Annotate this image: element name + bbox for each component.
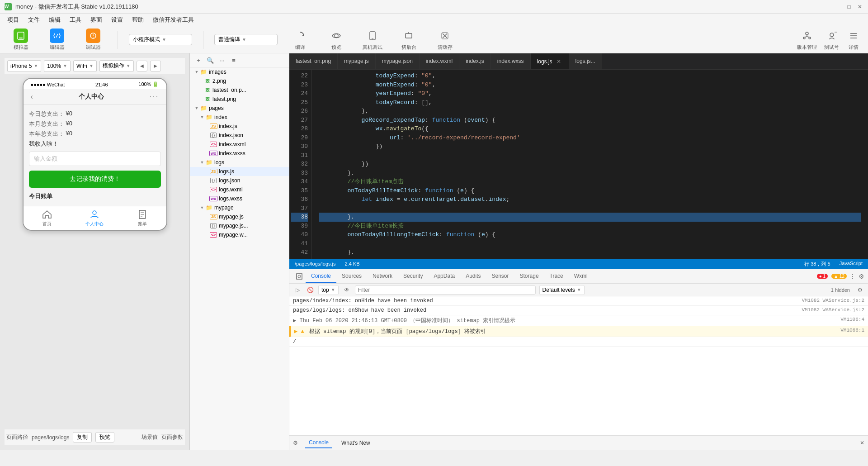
menu-item-view[interactable]: 界面 [87, 14, 106, 25]
nav-item-profile[interactable]: 个人中心 [71, 206, 118, 230]
tab-logs-js-2[interactable]: logs.js... [569, 53, 602, 69]
tree-item-logs-wxss[interactable]: wx logs.wxss [190, 194, 289, 203]
real-device-button[interactable]: 真机调试 [359, 29, 386, 51]
nav-item-bills[interactable]: 账单 [118, 206, 166, 230]
devtools-tab-console[interactable]: Console [306, 270, 336, 283]
tab-index-wxml[interactable]: index.wxml [420, 53, 459, 69]
version-mgmt-button[interactable]: 版本管理 [797, 29, 817, 51]
devtools-tab-security[interactable]: Security [398, 270, 428, 283]
console-link[interactable]: VM1082 WAService.js:2 [802, 307, 864, 314]
tree-item-lastest-on-png[interactable]: 🖼 lastest_on.p... [190, 86, 289, 95]
tree-item-index-folder[interactable]: ▼ 📁 index [190, 113, 289, 122]
tree-item-latest-png[interactable]: 🖼 latest.png [190, 95, 289, 104]
tree-item-images-folder[interactable]: ▼ 📁 images [190, 67, 289, 76]
tab-logs-js[interactable]: logs.js ✕ [531, 53, 569, 69]
phone-input[interactable]: 输入金额 [29, 152, 161, 166]
zoom-select[interactable]: 100% ▼ [44, 60, 71, 72]
sort-tree-button[interactable]: ≡ [229, 55, 239, 65]
menu-item-devtool[interactable]: 微信开发者工具 [149, 14, 198, 25]
compile-button[interactable]: 编译 [287, 29, 314, 51]
search-tree-button[interactable]: 🔍 [205, 55, 215, 65]
devtools-tab-trace[interactable]: Trace [544, 270, 569, 283]
devtools-settings-icon[interactable]: ⚙ [859, 273, 864, 280]
menu-item-help[interactable]: 帮助 [128, 14, 147, 25]
tree-item-2png[interactable]: 🖼 2.png [190, 76, 289, 86]
tab-mypage-js[interactable]: mypage.js [338, 53, 376, 69]
editor-button[interactable]: 编辑器 [43, 29, 71, 51]
preview-path-button[interactable]: 预览 [95, 432, 114, 442]
devtools-tab-network[interactable]: Network [367, 270, 398, 283]
bottom-tab-whats-new[interactable]: What's New [338, 438, 374, 448]
copy-path-button[interactable]: 复制 [73, 432, 92, 442]
close-button[interactable]: ✕ [856, 3, 863, 10]
mode-select[interactable]: 小程序模式 ▼ [129, 34, 192, 45]
console-clear-button[interactable]: 🚫 [306, 285, 315, 295]
tree-item-mypage-folder[interactable]: ▼ 📁 mypage [190, 203, 289, 212]
console-settings-button[interactable]: ⚙ [855, 285, 864, 295]
devtools-tab-audits[interactable]: Audits [460, 270, 486, 283]
phone-main-button[interactable]: 去记录我的消费！ [29, 171, 161, 188]
nav-item-home[interactable]: 首页 [24, 206, 71, 230]
top-filter-select[interactable]: top ▼ [318, 285, 339, 295]
tab-lastest-on-png[interactable]: lastest_on.png [289, 53, 338, 69]
devtools-close-button[interactable]: ✕ [860, 440, 864, 446]
test-account-button[interactable]: 测试号 [824, 29, 839, 51]
menu-item-settings[interactable]: 设置 [108, 14, 127, 25]
bottom-tab-console[interactable]: Console [305, 437, 332, 448]
tree-item-mypage-js[interactable]: JS mypage.js [190, 212, 289, 221]
device-select[interactable]: iPhone 5 ▼ [7, 60, 41, 72]
menu-item-project[interactable]: 项目 [4, 14, 23, 25]
tree-item-logs-wxml[interactable]: <> logs.wxml [190, 185, 289, 194]
add-file-button[interactable]: + [193, 55, 203, 65]
tree-item-mypage-json[interactable]: {} mypage.js... [190, 221, 289, 230]
console-link[interactable]: VM1082 WAService.js:2 [802, 298, 864, 304]
window-controls[interactable]: ─ □ ✕ [835, 3, 863, 10]
devtools-tab-appdata[interactable]: AppData [428, 270, 460, 283]
console-eye-button[interactable]: 👁 [342, 285, 351, 295]
nav-back-button[interactable]: ◀ [137, 61, 147, 71]
tab-mypage-json[interactable]: mypage.json [376, 53, 420, 69]
preview-button[interactable]: 预览 [323, 29, 350, 51]
tree-item-logs-json[interactable]: {} logs.json [190, 176, 289, 185]
devtools-tab-wxml[interactable]: Wxml [569, 270, 593, 283]
tree-item-index-wxss[interactable]: wx index.wxss [190, 149, 289, 158]
debugger-button[interactable]: 调试器 [80, 29, 107, 51]
console-link[interactable]: VM1106:4 [840, 317, 864, 324]
menu-item-file[interactable]: 文件 [24, 14, 43, 25]
back-icon[interactable]: ‹ [31, 93, 33, 101]
minimize-button[interactable]: ─ [835, 3, 842, 10]
menu-item-tools[interactable]: 工具 [66, 14, 85, 25]
tree-item-index-wxml[interactable]: <> index.wxml [190, 140, 289, 149]
tab-close-icon[interactable]: ✕ [555, 58, 562, 65]
operation-select[interactable]: 模拟操作 ▼ [99, 60, 134, 72]
details-button[interactable]: 详情 [846, 29, 861, 51]
maximize-button[interactable]: □ [845, 3, 853, 10]
menu-item-edit[interactable]: 编辑 [45, 14, 64, 25]
tab-index-wxss[interactable]: index.wxss [491, 53, 531, 69]
devtools-tab-storage[interactable]: Storage [514, 270, 544, 283]
menu-dots-icon[interactable]: ··· [149, 92, 159, 101]
network-select[interactable]: WiFi ▼ [73, 60, 97, 72]
devtools-more-icon[interactable]: ⋮ [849, 273, 856, 280]
console-filter-input[interactable] [355, 285, 536, 295]
level-select[interactable]: Default levels ▼ [539, 285, 585, 295]
console-execute-button[interactable]: ▷ [293, 285, 302, 295]
compile-mode-select[interactable]: 普通编译 ▼ [214, 34, 278, 45]
devtools-tab-sources[interactable]: Sources [336, 270, 367, 283]
simulator-button[interactable]: 模拟器 [7, 29, 34, 51]
more-tree-button[interactable]: ··· [217, 55, 227, 65]
code-content[interactable]: todayExpend: "0", monthExpend: "0", year… [312, 70, 868, 259]
tab-index-js[interactable]: index.js [459, 53, 491, 69]
nav-forward-button[interactable]: ▶ [150, 61, 161, 71]
clear-cache-button[interactable]: 清缓存 [431, 29, 458, 51]
tree-item-logs-js[interactable]: JS logs.js [190, 167, 289, 176]
backend-button[interactable]: 切后台 [395, 29, 422, 51]
tree-item-index-json[interactable]: {} index.json [190, 131, 289, 140]
devtools-tab-sensor[interactable]: Sensor [486, 270, 514, 283]
console-link[interactable]: VM1066:1 [840, 328, 864, 335]
devtools-inspect-button[interactable] [293, 273, 306, 280]
tree-item-mypage-wxml[interactable]: <> mypage.w... [190, 230, 289, 239]
tree-item-index-js[interactable]: JS index.js [190, 122, 289, 131]
tree-item-pages-folder[interactable]: ▼ 📁 pages [190, 104, 289, 113]
tree-item-logs-folder[interactable]: ▼ 📁 logs [190, 158, 289, 167]
